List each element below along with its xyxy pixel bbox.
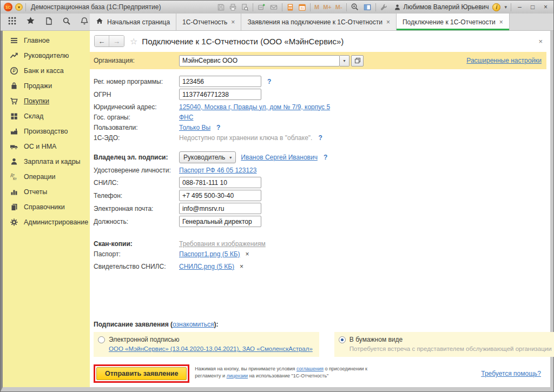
svg-text:₽: ₽ — [12, 68, 16, 74]
tab-bar: Начальная страница 1С-Отчетность × Заявл… — [1, 14, 553, 31]
certificate-link[interactable]: ООО «МэйнСервис» (13.04.2020-13.04.2021)… — [109, 346, 313, 352]
tab-1c-reporting[interactable]: 1С-Отчетность × — [176, 14, 241, 30]
favorite-star-icon[interactable]: ☆ — [130, 36, 137, 46]
submit-highlight-box: Отправить заявление — [94, 364, 189, 383]
electronic-radio[interactable] — [98, 336, 105, 343]
sidebar-item-fixed-assets[interactable]: ОС и НМА — [3, 139, 90, 154]
help-icon[interactable]: ? — [324, 154, 327, 161]
notifications-bell-icon[interactable] — [80, 17, 89, 28]
need-help-link[interactable]: Требуется помощь? — [481, 370, 541, 377]
sidebar-item-operations[interactable]: ДтКт Операции — [3, 169, 90, 184]
forward-button[interactable]: → — [109, 36, 124, 46]
chevron-down-icon[interactable]: ▾ — [504, 4, 507, 10]
sidebar-item-administration[interactable]: Администрирование — [3, 215, 90, 230]
reg-number-input[interactable] — [179, 76, 261, 87]
sidebar-item-production[interactable]: Производство — [3, 124, 90, 139]
settings-wrench-icon[interactable] — [380, 3, 388, 11]
organization-open-button[interactable] — [351, 55, 364, 67]
organization-dropdown-button[interactable]: ▾ — [340, 55, 349, 67]
tab-close-icon[interactable]: × — [499, 18, 503, 26]
memory-plus-button[interactable]: M+ — [323, 4, 332, 10]
remove-file-icon[interactable]: × — [240, 263, 243, 270]
shopping-cart-icon — [10, 97, 18, 105]
calendar-icon[interactable]: 31 — [298, 3, 306, 11]
print-preview-icon[interactable] — [241, 3, 249, 11]
sidebar-item-manager[interactable]: Руководителю — [3, 48, 90, 63]
help-icon[interactable]: ? — [318, 134, 322, 142]
owner-name-link[interactable]: Иванов Сергей Иванович — [241, 154, 318, 161]
passport-file-link[interactable]: Паспорт1.png (5 КБ) — [179, 250, 240, 258]
legal-address-link[interactable]: 125040, Москва г, Правды ул, дом № 7/9, … — [179, 103, 330, 111]
help-icon[interactable]: ? — [216, 124, 220, 131]
signing-info-link[interactable]: ознакомиться — [173, 321, 214, 328]
print-icon[interactable] — [229, 3, 237, 11]
scans-label: Скан-копии: — [94, 240, 179, 248]
terms-part4: на использование "1С-Отчетность" — [248, 373, 328, 378]
form-close-icon[interactable]: × — [536, 37, 545, 45]
email-input[interactable] — [179, 203, 261, 214]
position-input[interactable] — [179, 216, 261, 227]
system-menu-button[interactable]: ▾ — [15, 3, 23, 11]
phone-label: Телефон: — [94, 192, 179, 200]
sidebar-item-warehouse[interactable]: Склад — [3, 109, 90, 124]
back-button[interactable]: ← — [95, 36, 109, 46]
tab-close-icon[interactable]: × — [386, 18, 390, 26]
paper-signing-option: В бумажном виде Потребуется встреча с пр… — [334, 332, 554, 357]
user-icon — [394, 4, 401, 11]
ogrn-input[interactable] — [179, 89, 261, 100]
memory-minus-button[interactable]: M- — [335, 4, 342, 10]
memory-recall-button[interactable]: M — [314, 4, 319, 10]
minimize-button[interactable]: – — [515, 1, 524, 13]
chevron-down-icon: ▾ — [229, 155, 232, 160]
sidebar-item-bank[interactable]: ₽ Банк и касса — [3, 63, 90, 78]
person-icon — [10, 157, 18, 166]
paper-radio[interactable] — [339, 336, 346, 343]
attach-file-icon[interactable] — [257, 3, 266, 11]
tab-connection[interactable]: Подключение к 1С-Отчетности × — [397, 14, 510, 30]
send-mail-icon[interactable] — [269, 3, 278, 11]
favorites-star-icon[interactable] — [26, 16, 35, 28]
passport-link[interactable]: Паспорт РФ 46 05 123123 — [179, 167, 256, 174]
user-name: Любимов Валерий Юрьевич — [404, 3, 489, 11]
license-link[interactable]: лицензии — [227, 373, 248, 378]
zoom-icon[interactable] — [351, 3, 359, 11]
phone-input[interactable] — [179, 190, 261, 201]
history-icon[interactable] — [44, 17, 53, 28]
tab-applications[interactable]: Заявления на подключение к 1С-Отчетности… — [241, 14, 397, 30]
sidebar-item-main[interactable]: Главное — [3, 33, 90, 48]
warehouse-grid-icon — [10, 112, 18, 121]
organization-input[interactable] — [179, 55, 340, 67]
shopping-bag-icon — [10, 82, 18, 90]
users-link[interactable]: Только Вы — [179, 124, 210, 131]
submit-application-button[interactable]: Отправить заявление — [96, 367, 187, 380]
tab-home[interactable]: Начальная страница — [90, 14, 176, 30]
sidebar-item-reports[interactable]: Отчеты — [3, 184, 90, 200]
ruble-coin-icon: ₽ — [10, 67, 18, 75]
image-requirements-link[interactable]: Требования к изображениям — [179, 240, 266, 248]
sidebar-item-purchases[interactable]: Покупки — [3, 94, 90, 109]
sidebar-item-references[interactable]: Справочники — [3, 200, 90, 215]
fns-link[interactable]: ФНС — [179, 114, 193, 121]
search-icon[interactable] — [62, 17, 71, 28]
help-icon[interactable]: ? — [267, 78, 271, 85]
sidebar-item-payroll[interactable]: Зарплата и кадры — [3, 154, 90, 169]
snils-file-link[interactable]: СНИЛС.png (5 КБ) — [179, 263, 234, 270]
sidebar-item-sales[interactable]: Продажи — [3, 78, 90, 94]
info-button[interactable]: i — [492, 3, 500, 11]
tab-close-icon[interactable]: × — [231, 18, 235, 26]
close-button[interactable]: × — [541, 1, 550, 13]
menu-grid-icon[interactable] — [8, 16, 17, 28]
save-icon[interactable] — [217, 3, 225, 11]
agreement-link[interactable]: соглашения — [296, 366, 324, 371]
snils-input[interactable] — [179, 177, 261, 188]
tab-label: 1С-Отчетность — [182, 18, 227, 26]
advanced-settings-link[interactable]: Расширенные настройки — [466, 57, 542, 64]
remove-file-icon[interactable]: × — [246, 250, 249, 258]
signing-label-end: ): — [214, 321, 219, 328]
panels-icon[interactable] — [363, 3, 372, 11]
maximize-button[interactable]: □ — [528, 1, 537, 13]
owner-role-dropdown[interactable]: Руководитель ▾ — [179, 151, 236, 163]
calculator-icon[interactable] — [286, 3, 294, 11]
edo-status-text: Недоступно при хранении ключа в "облаке"… — [179, 134, 312, 142]
current-user[interactable]: Любимов Валерий Юрьевич — [394, 3, 489, 11]
